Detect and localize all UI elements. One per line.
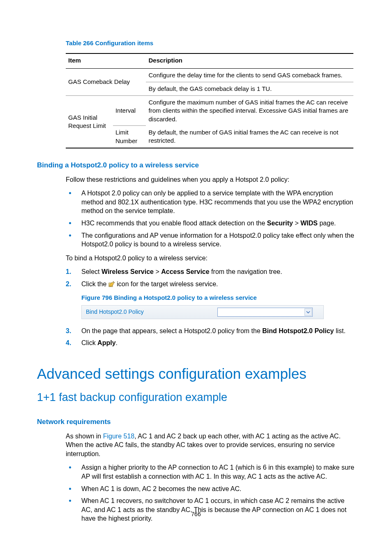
- list-item: Assign a higher priority to the AP conne…: [66, 461, 355, 482]
- text: icon for the target wireless service.: [115, 280, 218, 287]
- text: Click: [81, 339, 97, 346]
- list-item: When AC 1 is down, AC 2 becomes the new …: [66, 483, 355, 495]
- text: >: [154, 268, 161, 275]
- row2-sub-a: Interval: [113, 96, 146, 126]
- step-3: On the page that appears, select a Hotsp…: [66, 325, 355, 337]
- text: Click the: [81, 280, 108, 287]
- chevron-down-icon[interactable]: [304, 308, 312, 316]
- lead-para: To bind a Hotspot2.0 policy to a wireles…: [66, 254, 355, 263]
- col-desc: Description: [146, 53, 353, 68]
- bold: Bind Hotspot2.0 Policy: [262, 327, 334, 334]
- section-binding-heading: Binding a Hotspot2.0 policy to a wireles…: [37, 161, 355, 170]
- edit-icon: [108, 280, 115, 286]
- row2-desc-b: By default, the number of GAS initial fr…: [146, 126, 353, 148]
- bold: WIDS: [300, 220, 318, 227]
- bold: Wireless Service: [101, 268, 154, 275]
- h2-fast-backup: 1+1 fast backup configuration example: [37, 390, 355, 405]
- list-item: H3C recommends that you enable flood att…: [66, 217, 355, 229]
- bold: Apply: [97, 339, 115, 346]
- text: list.: [334, 327, 346, 334]
- figure-796: Bind Hotspot2.0 Policy: [81, 305, 324, 319]
- bold: Security: [267, 220, 293, 227]
- config-table: Item Description GAS Comeback Delay Conf…: [66, 53, 353, 148]
- page-number: 766: [0, 510, 392, 518]
- text: page.: [318, 220, 336, 227]
- text: Select: [81, 268, 101, 275]
- row1-desc-a: Configure the delay time for the clients…: [146, 68, 353, 82]
- row1-desc-b: By default, the GAS comeback delay is 1 …: [146, 82, 353, 95]
- col-item: Item: [66, 53, 146, 68]
- text: H3C recommends that you enable flood att…: [81, 220, 267, 227]
- text: from the navigation tree.: [210, 268, 282, 275]
- step-4: Click Apply.: [66, 337, 355, 349]
- row2-sub-b: Limit Number: [113, 126, 146, 148]
- intro-para: Follow these restrictions and guidelines…: [66, 175, 355, 184]
- table-caption: Table 266 Configuration items: [66, 39, 355, 47]
- text: On the page that appears, select a Hotsp…: [81, 327, 262, 334]
- bind-policy-select[interactable]: [217, 308, 313, 317]
- bold: Access Service: [161, 268, 209, 275]
- bind-policy-label: Bind Hotspot2.0 Policy: [86, 308, 217, 316]
- page: Table 266 Configuration items Item Descr…: [0, 0, 392, 533]
- row2-desc-a: Configure the maximum number of GAS init…: [146, 96, 353, 126]
- list-item: The configurations and AP venue informat…: [66, 229, 355, 250]
- figure-ref-link[interactable]: Figure 518: [103, 433, 135, 440]
- figure-row: Bind Hotspot2.0 Policy: [81, 305, 324, 319]
- text: >: [293, 220, 300, 227]
- guidelines-list: A Hotspot 2.0 policy can only be applied…: [66, 187, 355, 250]
- figure-caption: Figure 796 Binding a Hotspot2.0 policy t…: [81, 294, 355, 302]
- step-1: Select Wireless Service > Access Service…: [66, 266, 355, 278]
- row2-item: GAS Initial Request Limit: [66, 96, 113, 148]
- step-2: Click the icon for the target wireless s…: [66, 278, 355, 325]
- network-req-para: As shown in Figure 518, AC 1 and AC 2 ba…: [66, 432, 355, 459]
- list-item: A Hotspot 2.0 policy can only be applied…: [66, 187, 355, 217]
- text: .: [116, 339, 118, 346]
- section-network-req: Network requirements: [37, 417, 355, 427]
- bind-steps: Select Wireless Service > Access Service…: [66, 266, 355, 349]
- list-item: When AC 1 recovers, no switchover to AC …: [66, 495, 355, 525]
- row1-item: GAS Comeback Delay: [66, 68, 146, 96]
- h1-advanced: Advanced settings configuration examples: [37, 364, 355, 383]
- text: As shown in: [66, 433, 103, 440]
